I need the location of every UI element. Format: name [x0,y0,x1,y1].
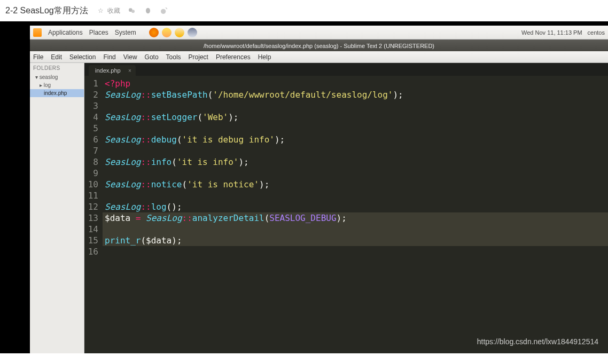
tab-label: index.php [95,67,121,74]
sidebar-header: FOLDERS [30,63,84,73]
code-line[interactable]: SeasLog::setBasePath('/home/wwwroot/defa… [103,89,608,100]
window-title-text: /home/wwwroot/default/seaslog/index.php … [204,43,434,49]
code-line[interactable] [103,190,608,201]
weibo-share-button[interactable] [160,6,168,15]
code-line[interactable] [103,168,608,179]
code-content[interactable]: <?phpSeasLog::setBasePath('/home/wwwroot… [103,78,608,353]
code-line[interactable]: SeasLog::log(); [103,201,608,212]
code-line[interactable] [103,123,608,134]
wechat-share-button[interactable] [128,6,136,15]
svg-point-3 [161,9,166,14]
gnome-foot-icon[interactable] [33,28,42,37]
watermark: https://blog.csdn.net/lxw1844912514 [477,337,598,346]
video-container: Applications Places System Wed Nov 11, 1… [0,21,608,353]
gnome-right-section: Wed Nov 11, 11:13 PM centos [521,29,605,36]
menu-project[interactable]: Project [189,53,208,61]
desktop-screenshot: Applications Places System Wed Nov 11, 1… [30,26,608,353]
code-line[interactable] [103,246,608,257]
menu-help[interactable]: Help [258,53,271,61]
menu-find[interactable]: Find [103,53,115,61]
file-manager-icon[interactable] [162,28,172,37]
menu-selection[interactable]: Selection [69,53,96,61]
sidebar: FOLDERS ▾ seaslog ▸ log index.php [30,63,84,353]
svg-point-2 [146,8,150,14]
sublime-menu-bar: FileEditSelectionFindViewGotoToolsProjec… [30,51,608,63]
code-line[interactable]: $data = SeasLog::analyzerDetail(SEASLOG_… [103,212,608,224]
code-line[interactable] [103,224,608,235]
menu-edit[interactable]: Edit [51,53,62,61]
qq-share-button[interactable] [144,6,152,15]
favorite-button[interactable]: ☆ 收藏 [97,6,120,15]
page-title: 2-2 SeasLog常用方法 [5,5,88,17]
header-actions: ☆ 收藏 [97,6,168,15]
tab-bar: index.php × [84,63,608,76]
star-icon: ☆ [97,6,105,15]
tab-index-php[interactable]: index.php × [89,65,136,76]
qq-icon [144,6,152,15]
svg-point-1 [131,10,135,13]
favorite-label: 收藏 [107,6,120,15]
wechat-icon [128,6,136,15]
gnome-launcher-icons [149,28,197,37]
gnome-menu-system[interactable]: System [115,29,136,36]
code-line[interactable]: print_r($data); [103,235,608,246]
line-numbers: 12345678910111213141516 [84,78,103,353]
menu-goto[interactable]: Goto [145,53,159,61]
code-line[interactable]: <?php [103,78,608,89]
menu-preferences[interactable]: Preferences [216,53,251,61]
gnome-top-panel: Applications Places System Wed Nov 11, 1… [30,26,608,39]
menu-view[interactable]: View [123,53,137,61]
code-line[interactable] [103,100,608,112]
weibo-icon [160,6,168,15]
editor-area: index.php × 12345678910111213141516 <?ph… [84,63,608,353]
page-header: 2-2 SeasLog常用方法 ☆ 收藏 [0,0,608,21]
code-line[interactable]: SeasLog::debug('it is debug info'); [103,134,608,145]
menu-tools[interactable]: Tools [166,53,181,61]
sidebar-root-folder[interactable]: ▾ seaslog [30,73,84,81]
code-line[interactable]: SeasLog::info('it is info'); [103,156,608,168]
gnome-user[interactable]: centos [588,29,605,36]
code-line[interactable]: SeasLog::setLogger('Web'); [103,112,608,123]
code-editor[interactable]: 12345678910111213141516 <?phpSeasLog::se… [84,76,608,353]
gnome-datetime[interactable]: Wed Nov 11, 11:13 PM [521,29,582,36]
gnome-menus: Applications Places System [48,29,136,36]
firefox-icon[interactable] [149,28,159,37]
code-line[interactable] [103,145,608,156]
menu-file[interactable]: File [33,53,43,61]
gnome-menu-applications[interactable]: Applications [48,29,83,36]
sidebar-folder-log[interactable]: ▸ log [30,81,84,89]
gnome-menu-places[interactable]: Places [89,29,108,36]
terminal-icon[interactable] [188,28,197,37]
code-line[interactable]: SeasLog::notice('it is notice'); [103,179,608,190]
sublime-window-title: /home/wwwroot/default/seaslog/index.php … [30,39,608,51]
ide-body: FOLDERS ▾ seaslog ▸ log index.php index.… [30,63,608,353]
sidebar-file-index[interactable]: index.php [30,89,84,97]
gnome-left-section: Applications Places System [33,28,197,37]
text-editor-icon[interactable] [175,28,184,37]
close-icon[interactable]: × [128,68,131,74]
